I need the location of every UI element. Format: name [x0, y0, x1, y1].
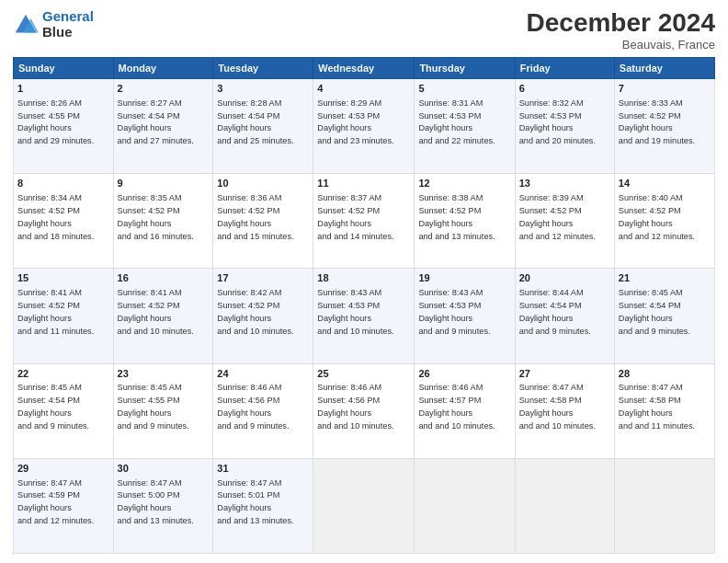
day-number: 15	[17, 271, 109, 285]
calendar-cell: 11 Sunrise: 8:37 AMSunset: 4:52 PMDaylig…	[313, 174, 415, 269]
day-number: 6	[519, 82, 610, 96]
calendar-cell: 7 Sunrise: 8:33 AMSunset: 4:52 PMDayligh…	[614, 78, 714, 173]
calendar-cell: 17 Sunrise: 8:42 AMSunset: 4:52 PMDaylig…	[213, 269, 313, 363]
day-info: Sunrise: 8:47 AMSunset: 4:59 PMDaylight …	[17, 478, 94, 526]
day-number: 5	[418, 82, 510, 96]
day-info: Sunrise: 8:45 AMSunset: 4:55 PMDaylight …	[118, 383, 189, 431]
day-info: Sunrise: 8:40 AMSunset: 4:52 PMDaylight …	[619, 193, 695, 241]
calendar-cell: 21 Sunrise: 8:45 AMSunset: 4:54 PMDaylig…	[614, 269, 714, 363]
day-info: Sunrise: 8:33 AMSunset: 4:52 PMDaylight …	[619, 98, 695, 146]
weekday-header-monday: Monday	[113, 57, 213, 78]
logo-text: General Blue	[42, 9, 94, 40]
weekday-header-tuesday: Tuesday	[213, 57, 313, 78]
day-number: 8	[17, 177, 109, 190]
day-number: 29	[17, 462, 109, 476]
calendar-cell: 18 Sunrise: 8:43 AMSunset: 4:53 PMDaylig…	[313, 269, 415, 363]
day-info: Sunrise: 8:34 AMSunset: 4:52 PMDaylight …	[17, 193, 94, 241]
calendar-cell: 10 Sunrise: 8:36 AMSunset: 4:52 PMDaylig…	[213, 174, 313, 269]
weekday-header-friday: Friday	[515, 57, 614, 78]
weekday-header-saturday: Saturday	[614, 57, 714, 78]
day-number: 25	[317, 367, 410, 381]
calendar-cell: 3 Sunrise: 8:28 AMSunset: 4:54 PMDayligh…	[213, 78, 313, 173]
calendar-cell: 24 Sunrise: 8:46 AMSunset: 4:56 PMDaylig…	[213, 363, 313, 458]
calendar-cell: 28 Sunrise: 8:47 AMSunset: 4:58 PMDaylig…	[614, 363, 714, 458]
calendar-cell: 2 Sunrise: 8:27 AMSunset: 4:54 PMDayligh…	[113, 78, 213, 173]
calendar-cell: 25 Sunrise: 8:46 AMSunset: 4:56 PMDaylig…	[313, 363, 415, 458]
logo: General Blue	[13, 9, 94, 40]
day-number: 1	[17, 82, 109, 96]
day-info: Sunrise: 8:47 AMSunset: 5:00 PMDaylight …	[118, 478, 194, 526]
day-number: 4	[317, 82, 410, 96]
day-info: Sunrise: 8:26 AMSunset: 4:55 PMDaylight …	[17, 98, 94, 146]
calendar-table: SundayMondayTuesdayWednesdayThursdayFrid…	[13, 57, 715, 554]
calendar-cell: 12 Sunrise: 8:38 AMSunset: 4:52 PMDaylig…	[415, 174, 515, 269]
day-info: Sunrise: 8:43 AMSunset: 4:53 PMDaylight …	[317, 288, 393, 336]
day-number: 24	[217, 367, 309, 381]
calendar-cell: 8 Sunrise: 8:34 AMSunset: 4:52 PMDayligh…	[14, 174, 114, 269]
day-info: Sunrise: 8:45 AMSunset: 4:54 PMDaylight …	[17, 383, 89, 431]
day-number: 18	[317, 271, 410, 285]
calendar-cell: 22 Sunrise: 8:45 AMSunset: 4:54 PMDaylig…	[14, 363, 114, 458]
day-number: 12	[418, 177, 510, 190]
day-number: 3	[217, 82, 309, 96]
day-number: 7	[619, 82, 711, 96]
calendar-cell: 14 Sunrise: 8:40 AMSunset: 4:52 PMDaylig…	[614, 174, 714, 269]
header: General Blue December 2024 Beauvais, Fra…	[13, 9, 715, 52]
day-info: Sunrise: 8:47 AMSunset: 4:58 PMDaylight …	[619, 383, 695, 431]
calendar-cell: 19 Sunrise: 8:43 AMSunset: 4:53 PMDaylig…	[415, 269, 515, 363]
day-info: Sunrise: 8:46 AMSunset: 4:57 PMDaylight …	[418, 383, 495, 431]
day-info: Sunrise: 8:41 AMSunset: 4:52 PMDaylight …	[17, 288, 94, 336]
calendar-cell: 30 Sunrise: 8:47 AMSunset: 5:00 PMDaylig…	[113, 458, 213, 553]
calendar-cell	[614, 458, 714, 553]
weekday-header-wednesday: Wednesday	[313, 57, 415, 78]
weekday-header-thursday: Thursday	[415, 57, 515, 78]
day-number: 2	[118, 82, 210, 96]
day-info: Sunrise: 8:28 AMSunset: 4:54 PMDaylight …	[217, 98, 293, 146]
day-number: 19	[418, 271, 510, 285]
day-info: Sunrise: 8:37 AMSunset: 4:52 PMDaylight …	[317, 193, 393, 241]
day-number: 16	[118, 271, 210, 285]
day-info: Sunrise: 8:38 AMSunset: 4:52 PMDaylight …	[418, 193, 495, 241]
calendar-cell: 26 Sunrise: 8:46 AMSunset: 4:57 PMDaylig…	[415, 363, 515, 458]
calendar-cell: 5 Sunrise: 8:31 AMSunset: 4:53 PMDayligh…	[415, 78, 515, 173]
day-info: Sunrise: 8:46 AMSunset: 4:56 PMDaylight …	[317, 383, 393, 431]
calendar-cell: 27 Sunrise: 8:47 AMSunset: 4:58 PMDaylig…	[515, 363, 614, 458]
day-number: 22	[17, 367, 109, 381]
day-number: 17	[217, 271, 309, 285]
day-number: 28	[619, 367, 711, 381]
day-number: 31	[217, 462, 309, 476]
day-info: Sunrise: 8:47 AMSunset: 4:58 PMDaylight …	[519, 383, 596, 431]
calendar-cell: 20 Sunrise: 8:44 AMSunset: 4:54 PMDaylig…	[515, 269, 614, 363]
calendar-cell: 1 Sunrise: 8:26 AMSunset: 4:55 PMDayligh…	[14, 78, 114, 173]
calendar-cell: 6 Sunrise: 8:32 AMSunset: 4:53 PMDayligh…	[515, 78, 614, 173]
day-number: 10	[217, 177, 309, 190]
calendar-cell: 16 Sunrise: 8:41 AMSunset: 4:52 PMDaylig…	[113, 269, 213, 363]
day-info: Sunrise: 8:46 AMSunset: 4:56 PMDaylight …	[217, 383, 289, 431]
logo-icon	[13, 12, 39, 38]
calendar-cell: 23 Sunrise: 8:45 AMSunset: 4:55 PMDaylig…	[113, 363, 213, 458]
day-info: Sunrise: 8:47 AMSunset: 5:01 PMDaylight …	[217, 478, 293, 526]
day-number: 20	[519, 271, 610, 285]
day-info: Sunrise: 8:32 AMSunset: 4:53 PMDaylight …	[519, 98, 596, 146]
day-info: Sunrise: 8:31 AMSunset: 4:53 PMDaylight …	[418, 98, 495, 146]
calendar-cell	[313, 458, 415, 553]
day-number: 9	[118, 177, 210, 190]
calendar-cell: 29 Sunrise: 8:47 AMSunset: 4:59 PMDaylig…	[14, 458, 114, 553]
weekday-header-sunday: Sunday	[14, 57, 114, 78]
calendar-cell: 15 Sunrise: 8:41 AMSunset: 4:52 PMDaylig…	[14, 269, 114, 363]
day-info: Sunrise: 8:44 AMSunset: 4:54 PMDaylight …	[519, 288, 591, 336]
calendar-cell	[415, 458, 515, 553]
day-number: 27	[519, 367, 610, 381]
day-info: Sunrise: 8:35 AMSunset: 4:52 PMDaylight …	[118, 193, 194, 241]
calendar-cell: 4 Sunrise: 8:29 AMSunset: 4:53 PMDayligh…	[313, 78, 415, 173]
day-number: 30	[118, 462, 210, 476]
main-title: December 2024	[527, 9, 715, 38]
title-block: December 2024 Beauvais, France	[527, 9, 715, 52]
calendar-cell: 31 Sunrise: 8:47 AMSunset: 5:01 PMDaylig…	[213, 458, 313, 553]
subtitle: Beauvais, France	[527, 38, 715, 52]
day-number: 14	[619, 177, 711, 190]
day-info: Sunrise: 8:36 AMSunset: 4:52 PMDaylight …	[217, 193, 293, 241]
day-info: Sunrise: 8:27 AMSunset: 4:54 PMDaylight …	[118, 98, 194, 146]
day-info: Sunrise: 8:43 AMSunset: 4:53 PMDaylight …	[418, 288, 490, 336]
day-info: Sunrise: 8:41 AMSunset: 4:52 PMDaylight …	[118, 288, 194, 336]
